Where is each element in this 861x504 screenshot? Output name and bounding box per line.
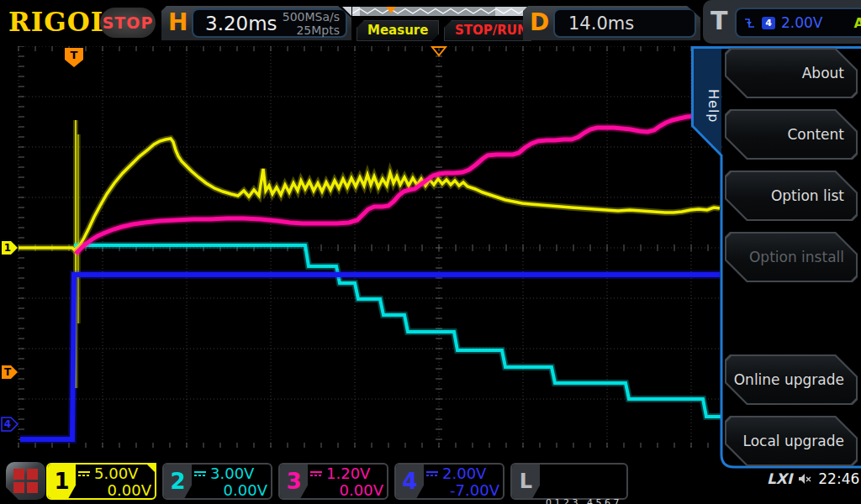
channel-1-badge: 1 — [48, 465, 76, 498]
delay-value: 14.0ms — [568, 13, 634, 34]
channel-4-block[interactable]: 42.00V-7.00V — [394, 463, 504, 500]
svg-text:T: T — [4, 366, 12, 378]
menu-button-label: Local upgrade — [726, 417, 856, 465]
rigol-logo: RIGOL — [8, 7, 110, 37]
channel-2-badge: 2 — [164, 465, 192, 498]
trigger-position-marker[interactable]: T — [65, 48, 83, 67]
channel-3-block[interactable]: 31.20V0.00V — [278, 463, 388, 500]
trigger-panel[interactable]: T 4 2.00V A — [703, 0, 861, 44]
channel-3-scale: 1.20V — [326, 465, 370, 482]
channel-4-badge: 4 — [396, 465, 424, 498]
channel-2-scale: 3.00V — [210, 465, 254, 482]
svg-text:T: T — [71, 49, 78, 61]
channel-3-offset: 0.00V — [310, 481, 383, 497]
menu-button-option-install: Option install — [725, 232, 858, 282]
menu-button-label: Online upgrade — [726, 356, 856, 403]
delay-panel[interactable]: D 14.0ms — [523, 6, 700, 40]
top-bar: RIGOL STOP H 3.20ms 500MSa/s 25Mpts Meas… — [0, 0, 861, 46]
trace-ch1 — [18, 139, 720, 250]
dc-coupling-icon — [194, 471, 206, 476]
menu-button-label: Content — [726, 111, 856, 158]
logic-badge: L — [512, 465, 540, 498]
measure-button[interactable]: Measure — [357, 20, 439, 41]
channel-1-offset: 0.00V — [78, 481, 151, 497]
level-marker-1[interactable]: 1 — [2, 241, 18, 255]
help-tab[interactable]: Help — [693, 60, 721, 152]
channel-4-offset: -7.00V — [426, 481, 499, 497]
trigger-level-value: 2.00V — [781, 14, 822, 31]
horizontal-label: H — [168, 8, 188, 36]
channel-1-scale: 5.00V — [94, 465, 138, 482]
memory-bar-left-cap — [342, 7, 351, 16]
sample-rate: 500MSa/s — [283, 10, 340, 24]
menu-button-option-list[interactable]: Option list — [725, 171, 858, 221]
run-state-badge: STOP — [100, 8, 156, 38]
channel-3-badge: 3 — [280, 465, 308, 498]
logic-analyzer-block[interactable]: L 0 1 2 3 4 5 6 7 8 9 10 11 12 13 14 15 — [510, 463, 628, 500]
channel-1-block[interactable]: 15.00V0.00V — [46, 463, 156, 500]
grid-icon — [13, 469, 38, 493]
memory-waveform-icon — [352, 7, 534, 16]
menu-button-local-upgrade[interactable]: Local upgrade — [725, 416, 858, 466]
menu-button-online-upgrade[interactable]: Online upgrade — [725, 354, 858, 405]
channel-2-block[interactable]: 23.00V0.00V — [162, 463, 272, 500]
trigger-edge-icon — [743, 17, 756, 29]
dc-coupling-icon — [426, 471, 438, 476]
menu-button-content[interactable]: Content — [725, 109, 858, 160]
dc-coupling-icon — [310, 471, 322, 476]
svg-text:4: 4 — [4, 418, 11, 430]
help-menu: Help AboutContentOption listOption insta… — [689, 46, 861, 476]
timebase-value: 3.20ms — [205, 13, 277, 34]
trigger-position-marker-icon — [386, 7, 396, 18]
trigger-label: T — [710, 6, 727, 35]
menu-button-label: Option list — [726, 172, 856, 219]
menu-grid-button[interactable] — [6, 462, 45, 500]
level-marker-t[interactable]: T — [2, 365, 18, 379]
trigger-source-badge: 4 — [762, 17, 775, 29]
level-marker-4[interactable]: 4 — [2, 417, 18, 431]
horizontal-panel[interactable]: H 3.20ms 500MSa/s 25Mpts — [161, 6, 351, 40]
menu-button-label: Option install — [726, 234, 856, 281]
logic-row-1: 0 1 2 3 4 5 6 7 — [546, 496, 652, 504]
menu-button-label: About — [726, 50, 856, 97]
memory-depth: 25Mpts — [296, 24, 340, 37]
dc-coupling-icon — [78, 471, 90, 476]
channel-4-scale: 2.00V — [442, 465, 486, 482]
menu-button-about[interactable]: About — [725, 48, 858, 98]
delay-label: D — [530, 8, 549, 36]
horizontal-position-bar[interactable] — [352, 7, 534, 16]
trigger-mode-flag: A — [854, 15, 861, 31]
svg-text:1: 1 — [4, 242, 11, 254]
oscilloscope-screen: { "header": { "logo": "RIGOL", "run_stat… — [0, 0, 861, 504]
channel-2-offset: 0.00V — [194, 481, 267, 497]
